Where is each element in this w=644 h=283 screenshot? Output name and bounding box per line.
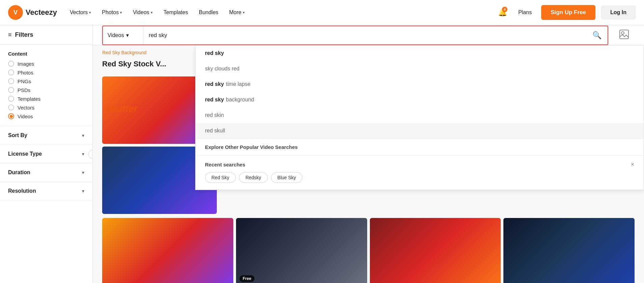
autocomplete-item-red-sky[interactable]: red sky — [196, 45, 644, 61]
nav-videos[interactable]: Videos ▾ — [128, 7, 157, 18]
sort-by-section: Sort By ▾ — [0, 126, 92, 145]
more-chevron-icon: ▾ — [243, 10, 245, 15]
content-option-photos[interactable]: Photos — [8, 69, 84, 75]
sort-by-header[interactable]: Sort By ▾ — [8, 132, 84, 138]
autocomplete-item-time-lapse[interactable]: red sky time lapse — [196, 76, 644, 92]
content-option-pngs[interactable]: PNGs — [8, 78, 84, 84]
search-category-dropdown[interactable]: Videos ▾ — [103, 26, 143, 44]
autocomplete-light3: background — [226, 97, 254, 103]
photos-chevron-icon: ▾ — [120, 10, 122, 15]
search-category-label: Videos — [108, 32, 124, 38]
radio-vectors-label: Vectors — [18, 105, 34, 111]
filters-icon: ≡ — [8, 31, 12, 38]
logo-area[interactable]: V Vecteezy — [8, 5, 57, 20]
header-right: 🔔 4 Plans Sign Up Free Log In — [496, 5, 636, 20]
login-button[interactable]: Log In — [601, 5, 636, 20]
search-bar: Videos ▾ 🔍 — [102, 26, 608, 45]
image-card[interactable]: shutter — [102, 76, 206, 144]
license-type-title: License Type — [8, 151, 42, 157]
svg-rect-0 — [620, 30, 628, 39]
recent-tag-red-sky[interactable]: Red Sky — [205, 172, 236, 183]
radio-pngs[interactable] — [8, 78, 14, 84]
recent-section: Recent searches × Red Sky Redsky Blue Sk… — [196, 156, 644, 190]
resolution-title: Resolution — [8, 188, 36, 194]
autocomplete-item-background[interactable]: red sky background — [196, 92, 644, 107]
nav-templates[interactable]: Templates — [159, 7, 193, 18]
nav-photos[interactable]: Photos ▾ — [97, 7, 127, 18]
bottom-grid: Free — [93, 218, 644, 283]
radio-vectors[interactable] — [8, 104, 14, 111]
bottom-card[interactable] — [370, 218, 501, 283]
sort-chevron-icon: ▾ — [82, 133, 84, 138]
bottom-card[interactable] — [102, 218, 233, 283]
duration-chevron-icon: ▾ — [82, 170, 84, 175]
content-option-videos[interactable]: Videos — [8, 113, 84, 119]
radio-videos[interactable] — [8, 113, 14, 119]
autocomplete-item-red-skull[interactable]: red skull — [196, 123, 644, 138]
content-option-images[interactable]: Images — [8, 61, 84, 67]
search-input[interactable] — [143, 32, 586, 39]
autocomplete-bold3: red sky — [205, 97, 224, 103]
radio-psds[interactable] — [8, 87, 14, 93]
signup-button[interactable]: Sign Up Free — [541, 5, 595, 20]
radio-psds-label: PSDs — [18, 87, 30, 93]
nav-more[interactable]: More ▾ — [225, 7, 250, 18]
content-label: Content — [8, 51, 84, 57]
sidebar: ‹ ≡ Filters Content Images Photos PNGs P… — [0, 25, 93, 283]
nav-bundles[interactable]: Bundles — [194, 7, 223, 18]
nav-vectors[interactable]: Vectors ▾ — [65, 7, 96, 18]
resolution-chevron-icon: ▾ — [82, 188, 84, 194]
recent-title: Recent searches — [205, 162, 245, 167]
autocomplete-item-red-skin[interactable]: red skin — [196, 107, 644, 123]
autocomplete-item-sky-clouds[interactable]: sky clouds red — [196, 61, 644, 76]
autocomplete-light: sky clouds red — [205, 66, 239, 72]
main-content: Videos ▾ 🔍 Red Sky Background Red Sky — [93, 25, 644, 283]
svg-point-1 — [621, 32, 624, 34]
sort-by-title: Sort By — [8, 132, 27, 138]
vectors-chevron-icon: ▾ — [89, 10, 91, 15]
recent-header: Recent searches × — [205, 161, 634, 168]
recent-tag-blue-sky[interactable]: Blue Sky — [271, 172, 302, 183]
plans-link[interactable]: Plans — [514, 7, 536, 18]
content-option-psds[interactable]: PSDs — [8, 87, 84, 93]
image-search-icon[interactable] — [614, 29, 635, 41]
recent-close-button[interactable]: × — [631, 161, 634, 168]
autocomplete-dropdown: red sky sky clouds red red sky time laps… — [195, 45, 644, 190]
bottom-card[interactable]: Free — [236, 218, 367, 283]
duration-section: Duration ▾ — [0, 163, 92, 182]
content-option-vectors[interactable]: Vectors — [8, 104, 84, 111]
radio-images-label: Images — [18, 61, 34, 67]
free-badge: Free — [239, 275, 255, 282]
license-type-section: License Type ▾ — [0, 145, 92, 163]
radio-photos-label: Photos — [18, 70, 33, 75]
main-nav: Vectors ▾ Photos ▾ Videos ▾ Templates Bu… — [65, 7, 496, 18]
filters-label: Filters — [15, 31, 33, 38]
autocomplete-light4: red skin — [205, 112, 224, 118]
radio-templates[interactable] — [8, 96, 14, 102]
content-option-templates[interactable]: Templates — [8, 96, 84, 102]
breadcrumb-link[interactable]: Red Sky Background — [102, 50, 147, 55]
bottom-card[interactable] — [503, 218, 635, 283]
autocomplete-bold: red sky — [205, 50, 224, 56]
resolution-header[interactable]: Resolution ▾ — [8, 188, 84, 194]
resolution-section: Resolution ▾ — [0, 182, 92, 200]
explore-section: Explore Other Popular Video Searches — [196, 139, 644, 155]
radio-images[interactable] — [8, 61, 14, 67]
radio-templates-label: Templates — [18, 96, 40, 102]
logo-icon: V — [8, 5, 23, 20]
radio-pngs-label: PNGs — [18, 78, 31, 84]
logo-text: Vecteezy — [26, 8, 57, 17]
notification-button[interactable]: 🔔 4 — [496, 6, 509, 19]
radio-photos[interactable] — [8, 69, 14, 75]
autocomplete-light2: time lapse — [226, 81, 251, 87]
duration-header[interactable]: Duration ▾ — [8, 169, 84, 176]
license-type-header[interactable]: License Type ▾ — [8, 151, 84, 157]
videos-chevron-icon: ▾ — [151, 10, 153, 15]
autocomplete-bold2: red sky — [205, 81, 224, 87]
notification-badge: 4 — [502, 7, 507, 12]
search-header-row: Videos ▾ 🔍 — [93, 25, 644, 45]
shutter-logo: shutter — [106, 103, 138, 114]
explore-label: Explore Other Popular Video Searches — [205, 144, 298, 150]
recent-tag-redsky[interactable]: Redsky — [239, 172, 268, 183]
search-submit-icon[interactable]: 🔍 — [586, 31, 608, 40]
